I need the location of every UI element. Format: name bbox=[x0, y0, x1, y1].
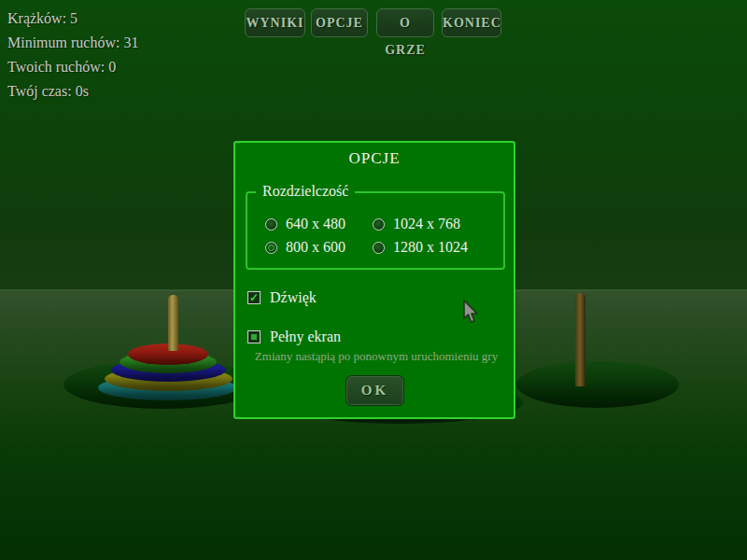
radio-label: 1280 x 1024 bbox=[393, 239, 468, 256]
checkbox-fullscreen[interactable]: Pełny ekran bbox=[247, 329, 341, 345]
menu-button-about[interactable]: O GRZE bbox=[376, 8, 434, 37]
peg-right[interactable] bbox=[575, 293, 585, 386]
ok-button[interactable]: OK bbox=[345, 375, 404, 406]
checkbox-icon bbox=[247, 330, 261, 343]
peg-left[interactable] bbox=[168, 295, 178, 351]
resolution-legend: Rozdzielczość bbox=[256, 183, 355, 200]
checkbox-sound[interactable]: Dźwięk bbox=[247, 289, 317, 306]
menu-button-quit[interactable]: KONIEC bbox=[442, 8, 501, 37]
radio-label: 1024 x 768 bbox=[393, 216, 460, 232]
restart-hint: Zmiany nastąpią po ponownym uruchomieniu… bbox=[240, 349, 513, 364]
dialog-title: OPCJE bbox=[235, 149, 514, 168]
radio-icon bbox=[373, 242, 385, 254]
game-stats: Krążków: 5 Minimum ruchów: 31 Twoich ruc… bbox=[7, 7, 138, 104]
radio-icon bbox=[265, 218, 277, 231]
menu-button-results[interactable]: WYNIKI bbox=[245, 8, 305, 37]
radio-640x480[interactable]: 640 x 480 bbox=[265, 216, 345, 232]
radio-1024x768[interactable]: 1024 x 768 bbox=[373, 216, 460, 232]
checkbox-icon bbox=[247, 291, 261, 304]
peg-base-right[interactable] bbox=[516, 361, 679, 408]
radio-1280x1024[interactable]: 1280 x 1024 bbox=[373, 239, 468, 256]
radio-747x560[interactable]: 747 x 560 bbox=[265, 239, 345, 256]
stat-disks: Krążków: 5 bbox=[7, 7, 138, 31]
radio-icon bbox=[373, 218, 385, 231]
stat-your-time: Twój czas: 0s bbox=[7, 79, 138, 104]
radio-label: 747 x 560 bbox=[286, 239, 345, 256]
menu-button-options[interactable]: OPCJE bbox=[311, 8, 368, 37]
stat-your-moves: Twoich ruchów: 0 bbox=[7, 55, 138, 79]
radio-label: 640 x 480 bbox=[286, 216, 345, 232]
options-dialog: OPCJE Rozdzielczość 640 x 480 1024 x 768… bbox=[233, 141, 515, 419]
checkbox-label: Pełny ekran bbox=[270, 329, 341, 345]
stat-minimum-moves: Minimum ruchów: 31 bbox=[7, 31, 138, 55]
checkbox-label: Dźwięk bbox=[270, 289, 317, 306]
game-scene: Krążków: 5 Minimum ruchów: 31 Twoich ruc… bbox=[0, 0, 747, 560]
radio-icon bbox=[265, 242, 277, 254]
